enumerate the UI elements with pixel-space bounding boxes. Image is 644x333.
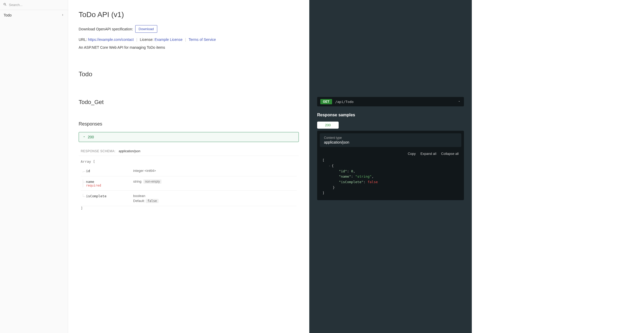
schema-body: Array [ id integer <int64> name re [79, 160, 299, 210]
collapse-toggle[interactable]: - [328, 164, 331, 168]
property-row: isComplete boolean Default: false [81, 191, 297, 206]
json-key-name: "name" [339, 174, 351, 178]
sample-actions: Copy Expand all Collapse all [317, 150, 464, 158]
json-val-iscomplete: false [367, 180, 378, 184]
property-name: name [86, 180, 94, 184]
schema-media-type: application/json [119, 149, 140, 153]
chevron-down-icon [83, 135, 86, 139]
default-value: false [146, 199, 158, 203]
json-open-bracket: [ [322, 158, 324, 162]
content: ToDo API (v1) Download OpenAPI specifica… [68, 0, 309, 333]
property-name: id [86, 169, 90, 173]
response-code: 200 [88, 135, 94, 139]
url-label: URL: [79, 37, 88, 42]
property-name-cell[interactable]: isComplete [81, 194, 133, 203]
meta-row: URL: https://example.com/contact | Licen… [79, 37, 299, 42]
json-close-bracket: ] [322, 191, 324, 195]
contact-url-link[interactable]: https://example.com/contact [88, 37, 134, 42]
property-type: string [133, 179, 142, 183]
tos-link[interactable]: Terms of Service [188, 37, 216, 42]
property-type-cell: string non-empty [133, 179, 297, 187]
property-name-cell[interactable]: name required [81, 179, 133, 187]
sidebar: Todo [0, 0, 68, 333]
spec-row: Download OpenAPI specification: Download [79, 25, 299, 33]
download-button[interactable]: Download [135, 25, 157, 33]
endpoint-path: /api/Todo [335, 100, 458, 104]
tag-title: Todo [79, 70, 299, 78]
search-input[interactable] [9, 3, 65, 7]
array-close[interactable]: ] [81, 206, 297, 210]
content-type-bar[interactable]: Content type application/json [320, 133, 461, 147]
default-label: Default: [133, 199, 145, 203]
property-type-cell: integer <int64> [133, 169, 297, 173]
chevron-down-icon [458, 100, 461, 104]
responses-heading: Responses [79, 121, 299, 127]
property-row: name required string non-empty [81, 176, 297, 191]
array-open[interactable]: Array [ [81, 160, 297, 163]
license-label: License: [140, 37, 155, 42]
response-samples-title: Response samples [317, 113, 464, 117]
property-required: required [86, 184, 133, 187]
endpoint-bar[interactable]: GET /api/Todo [317, 97, 464, 106]
property-name: isComplete [86, 194, 106, 198]
schema-label: RESPONSE SCHEMA: [81, 149, 116, 153]
page-title: ToDo API (v1) [79, 10, 299, 19]
samples-panel: GET /api/Todo Response samples 200 Conte… [309, 0, 472, 333]
sidebar-item-todo[interactable]: Todo [0, 10, 68, 20]
property-type: boolean [133, 194, 145, 198]
json-key-id: "id" [339, 169, 347, 173]
properties-table: id integer <int64> name required string … [81, 166, 297, 206]
sample-box: Content type application/json Copy Expan… [317, 131, 464, 200]
content-type-label: Content type [324, 136, 457, 140]
json-sample[interactable]: [ -{ "id": 0, "name": "string", "isCompl… [317, 158, 464, 196]
main: ToDo API (v1) Download OpenAPI specifica… [68, 0, 644, 333]
property-row: id integer <int64> [81, 166, 297, 176]
schema-header: RESPONSE SCHEMA: application/json [79, 149, 299, 156]
api-description: An ASP.NET Core Web API for managing ToD… [79, 45, 299, 50]
collapse-all-button[interactable]: Collapse all [441, 152, 459, 156]
content-type-value: application/json [324, 140, 457, 144]
http-method-badge: GET [320, 99, 332, 104]
sample-tab-200[interactable]: 200 [317, 122, 339, 129]
response-200-toggle[interactable]: 200 [79, 132, 299, 142]
property-name-cell[interactable]: id [81, 169, 133, 173]
json-obj-open: { [332, 164, 334, 168]
search-wrap [0, 0, 68, 10]
search-icon [3, 3, 7, 7]
operation-title: Todo_Get [79, 99, 299, 106]
chevron-right-icon [61, 13, 64, 17]
license-link[interactable]: Example License [155, 37, 183, 42]
separator: | [136, 37, 137, 42]
json-obj-close: } [333, 185, 335, 189]
expand-all-button[interactable]: Expand all [420, 152, 436, 156]
property-type-cell: boolean Default: false [133, 194, 297, 203]
property-constraint: non-empty [143, 179, 161, 184]
spec-label: Download OpenAPI specification: [79, 27, 133, 31]
json-key-iscomplete: "isComplete" [339, 180, 364, 184]
separator: | [185, 37, 186, 42]
property-type: integer <int64> [133, 169, 156, 173]
json-val-name: "string" [355, 174, 372, 178]
sidebar-item-label: Todo [4, 13, 12, 17]
copy-button[interactable]: Copy [408, 152, 416, 156]
